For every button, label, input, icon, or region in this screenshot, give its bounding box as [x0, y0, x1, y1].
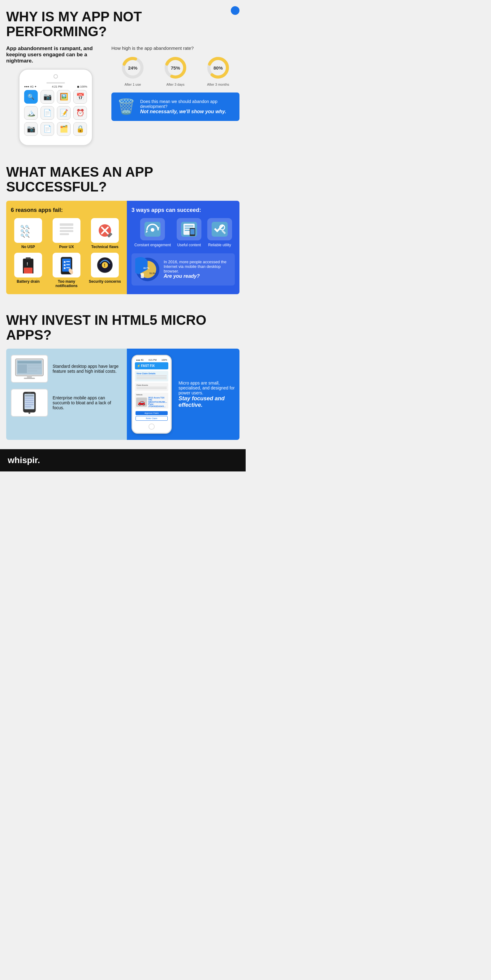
nousp-icon-svg: 🔍🔍 🔍🔍 🔍🔍 [19, 222, 37, 239]
succeed-item-utility: Reliable utility [207, 218, 232, 247]
micro-phone-header: ⚡ FAST FIX [135, 362, 168, 369]
fail-item-poorux: Poor UX [49, 218, 84, 249]
fail-item-battery: ! Battery drain [11, 253, 45, 288]
blue-abandon-box: 🗑️ Does this mean we should abandon app … [112, 92, 239, 121]
svg-rect-12 [60, 233, 69, 235]
svg-rect-56 [28, 364, 41, 366]
svg-text:🔍🔍: 🔍🔍 [21, 229, 30, 234]
utility-icon-svg [211, 221, 228, 237]
phone-battery: ◼ 100% [77, 85, 87, 88]
micro-status-battery: 100% [161, 359, 167, 361]
svg-rect-57 [28, 367, 41, 369]
donut-3months-sub: After 3 months [206, 83, 231, 86]
brand-bolt: ⚡ [137, 364, 140, 368]
succeed-item-content: Useful content [177, 218, 201, 247]
utility-label: Reliable utility [207, 243, 232, 247]
svg-rect-63 [25, 395, 34, 396]
battery-icon-svg: ! [21, 257, 36, 274]
security-icon-svg: ! [96, 256, 114, 274]
svg-rect-19 [24, 267, 32, 274]
desktop-app-text: Standard desktop apps have large feature… [53, 364, 122, 374]
engagement-icon-svg [144, 221, 161, 237]
svg-rect-55 [18, 364, 27, 373]
nousp-label: No USP [11, 245, 45, 249]
svg-text:🔍🔍: 🔍🔍 [21, 233, 30, 238]
line3 [136, 378, 167, 379]
internet-stat-box: 48.7% 51.3% In 2016, more people accesse… [131, 253, 235, 286]
phone-camera [54, 74, 58, 79]
svg-rect-54 [18, 361, 41, 363]
fail-title: 6 reasons apps fail: [11, 207, 122, 213]
fail-grid: 🔍🔍 🔍🔍 🔍🔍 No USP [11, 218, 122, 288]
succeed-title: 3 ways apps can succeed: [131, 207, 235, 213]
content-icon-box [177, 218, 201, 240]
svg-rect-58 [28, 370, 37, 372]
phone-mockup: ●●● 4G ✦ 4:21 PM ◼ 100% 🔍 📷 🖼️ 📅 🏔️ 📄 📝 … [19, 69, 93, 146]
phone-icon-blank4: 🔒 [73, 122, 87, 136]
line1 [136, 375, 167, 376]
claim-events-section: Claim Events [135, 383, 168, 391]
micro-phone-home-btn [148, 423, 155, 430]
vehicle-label: Vehicle [136, 394, 167, 396]
desktop-device-img [11, 355, 48, 383]
svg-rect-9 [60, 223, 73, 226]
fail-box: 6 reasons apps fail: 🔍🔍 🔍🔍 🔍🔍 No USP [6, 201, 127, 294]
engagement-label: Constant engagement [134, 243, 171, 247]
car-info-text: 2012 Acura TSX VIN: WBXHT3C55J5K... Plat… [148, 396, 167, 407]
techflaws-icon-svg [96, 222, 114, 239]
micro-info-box: ●●● 4G 4:21 PM 100% ⚡ FAST FIX View Clai… [127, 348, 239, 440]
refer-claim-btn[interactable]: Refer Claim [136, 416, 168, 421]
section1-title: WHY IS MY APP NOT PERFORMING? [6, 9, 239, 39]
logo-text: whispir. [8, 455, 40, 465]
fail-item-security: ! Security concerns [88, 253, 122, 288]
phone-icon-notes: 📝 [57, 106, 70, 120]
donut-3months-chart: 80% [206, 56, 231, 80]
abandon-rate-title: How high is the app abandonment rate? [112, 46, 239, 51]
spacer3 [6, 440, 239, 446]
svg-rect-18 [26, 258, 30, 259]
donut-1use-sub: After 1 use [120, 83, 145, 86]
svg-rect-43 [190, 229, 194, 234]
line2 [136, 377, 167, 378]
blue-box-answer: Not necessarily, we'll show you why. [140, 109, 226, 114]
utility-icon-box [207, 218, 232, 240]
section1-left: App abandonment is rampant, and keeping … [6, 46, 105, 146]
phone-icon-blank3: 🗂️ [57, 122, 70, 136]
svg-rect-24 [66, 261, 70, 262]
phone-status-bar: ●●● 4G ✦ 4:21 PM ◼ 100% [22, 85, 89, 88]
phone-icon-calendar: 📅 [73, 90, 87, 103]
section1-content: App abandonment is rampant, and keeping … [6, 46, 239, 146]
svg-point-27 [64, 267, 65, 269]
phone-icons-grid: 🔍 📷 🖼️ 📅 🏔️ 📄 📝 ⏰ 📷 📄 🗂️ 🔒 [22, 90, 89, 136]
svg-rect-10 [60, 227, 73, 229]
footer-logo: whispir. [8, 455, 238, 465]
mobile-device-svg [17, 391, 42, 415]
donut-3days-label: 75% [171, 65, 180, 70]
car-model: 2012 Acura TSX [148, 396, 167, 399]
nousp-icon-box: 🔍🔍 🔍🔍 🔍🔍 [14, 218, 42, 243]
micro-status-signal: ●●● 4G [136, 359, 143, 361]
vehicle-section: Vehicle 🚗 2012 Acura TSX VIN: WBXHT3C55J… [135, 393, 168, 409]
svg-rect-26 [66, 264, 70, 265]
micro-status-time: 4:21 PM [148, 359, 156, 361]
svg-rect-11 [60, 230, 73, 232]
security-label: Security concerns [88, 279, 122, 284]
section-what-makes-successful: WHAT MAKES AN APP SUCCESSFUL? 6 reasons … [0, 155, 246, 304]
micro-text-content: Micro apps are small, specialised, and d… [175, 380, 235, 408]
notifications-icon-box [53, 253, 80, 277]
mobile-device-img [11, 389, 48, 417]
svg-text:51.3%: 51.3% [150, 272, 156, 274]
car-section: 🚗 2012 Acura TSX VIN: WBXHT3C55J5K... Pl… [136, 396, 167, 407]
section2-content: 6 reasons apps fail: 🔍🔍 🔍🔍 🔍🔍 No USP [6, 201, 239, 294]
mobile-app-text: Enterprise mobile apps can succumb to bl… [53, 395, 122, 410]
svg-text:!: ! [104, 262, 105, 267]
mobile-app-item: Enterprise mobile apps can succumb to bl… [11, 389, 122, 417]
succeed-box: 3 ways apps can succeed: Co [127, 201, 239, 294]
donut-3months: 80% After 3 months [206, 56, 231, 86]
spacer [6, 146, 239, 152]
svg-rect-70 [27, 393, 31, 393]
approve-claim-btn[interactable]: Approve Claim [136, 411, 168, 415]
donut-row: 24% After 1 use 75% After 3 days [112, 56, 239, 86]
donut-3days-chart: 75% [163, 56, 188, 80]
desktop-device-svg [14, 357, 45, 380]
